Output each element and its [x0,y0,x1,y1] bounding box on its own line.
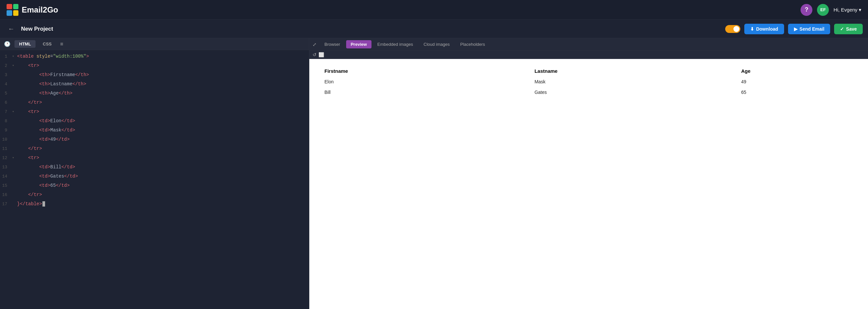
send-icon: ▶ [794,26,798,32]
code-line: 10 <td>49</td> [0,136,309,145]
help-button[interactable]: ? [801,4,812,16]
table-row: Bill Gates 65 [319,87,858,97]
tab-preview[interactable]: Preview [346,40,371,49]
download-label: Download [756,26,778,32]
cell-lastname-2: Gates [529,87,736,97]
code-line: 6 </tr> [0,99,309,108]
download-button[interactable]: ⬇ Download [744,24,784,34]
tab-placeholders[interactable]: Placeholders [456,40,490,49]
send-email-label: Send Email [800,26,824,32]
code-line: 9 <td>Mask</td> [0,127,309,136]
tab-browser[interactable]: Browser [320,40,345,49]
code-line: 7 ▾ <tr> [0,108,309,117]
cell-age-2: 65 [736,87,859,97]
save-label: Save [846,26,857,32]
code-line: 5 <th>Age</th> [0,90,309,99]
save-button[interactable]: ✓ Save [834,24,863,34]
code-panel: 🕐 HTML CSS ≡ 1 ▾ <table style="width:100… [0,38,309,309]
send-email-button[interactable]: ▶ Send Email [788,24,830,34]
expand-icon[interactable]: ⤢ [313,42,316,47]
code-line: 14 <td>Gates</td> [0,173,309,182]
col-header-firstname: Firstname [319,65,529,77]
theme-toggle[interactable] [725,25,740,33]
code-line: 4 <th>Lastname</th> [0,80,309,90]
code-line: 11 </tr> [0,145,309,154]
main-layout: 🕐 HTML CSS ≡ 1 ▾ <table style="width:100… [0,38,868,309]
toolbar: ← New Project ⬇ Download ▶ Send Email ✓ … [0,20,868,38]
code-line: 17 }</table> [0,200,309,209]
col-header-lastname: Lastname [529,65,736,77]
tab-css[interactable]: CSS [38,40,56,48]
code-line: 8 <td>Elon</td> [0,117,309,127]
code-line: 13 <td>Bill</td> [0,163,309,173]
avatar[interactable]: EF [817,4,829,16]
check-icon: ✓ [840,26,844,32]
tab-html[interactable]: HTML [14,40,35,48]
code-line: 16 </tr> [0,191,309,200]
tab-cloud-images[interactable]: Cloud images [419,40,455,49]
download-icon: ⬇ [750,26,754,32]
code-tabs: 🕐 HTML CSS ≡ [0,38,309,50]
tab-embedded-images[interactable]: Embedded images [373,40,417,49]
code-line: 15 <td>65</td> [0,182,309,191]
project-title: New Project [21,26,721,32]
back-button[interactable]: ← [5,24,17,34]
toggle-circle [734,26,739,32]
code-editor[interactable]: 1 ▾ <table style="width:100%"> 2 ▾ <tr> … [0,50,309,309]
preview-panel: ⤢ Browser Preview Embedded images Cloud … [309,38,868,309]
reload-icon[interactable]: ↺ [313,52,316,57]
cell-firstname-2: Bill [319,87,529,97]
frame-icon[interactable]: ⬜ [318,52,324,57]
nav-right: ? EF Hi, Evgeny ▾ [801,4,861,16]
table-row: Elon Mask 49 [319,77,858,87]
clock-icon[interactable]: 🕐 [4,41,10,47]
preview-sub-toolbar: ↺ ⬜ [309,51,868,59]
top-nav: Email2Go ? EF Hi, Evgeny ▾ [0,0,868,20]
app-name: Email2Go [22,5,58,15]
preview-tabs: ⤢ Browser Preview Embedded images Cloud … [309,38,868,51]
cell-age-1: 49 [736,77,859,87]
col-header-age: Age [736,65,859,77]
code-line: 3 <th>Firstname</th> [0,71,309,80]
logo-area: Email2Go [7,4,801,16]
code-line: 1 ▾ <table style="width:100%"> [0,53,309,62]
preview-table: Firstname Lastname Age Elon Mask 49 Bill… [319,65,858,97]
cell-lastname-1: Mask [529,77,736,87]
logo-icon [7,4,19,16]
greeting-text[interactable]: Hi, Evgeny ▾ [833,7,861,13]
format-icon[interactable]: ≡ [60,41,63,47]
code-line: 12 ▾ <tr> [0,154,309,163]
cell-firstname-1: Elon [319,77,529,87]
code-line: 2 ▾ <tr> [0,62,309,71]
preview-content: Firstname Lastname Age Elon Mask 49 Bill… [309,59,868,309]
